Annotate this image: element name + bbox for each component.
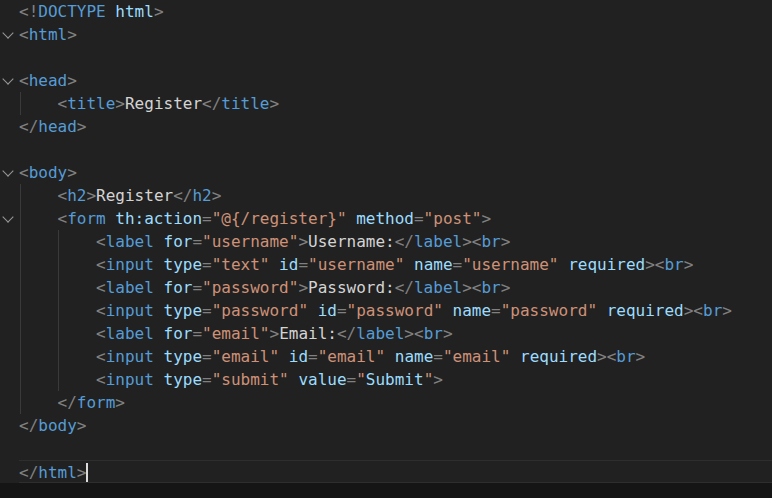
indent-guide [20,299,21,322]
code-text: <label for="email">Email:</label><br> [19,322,453,345]
indent-guide [58,253,59,276]
indent-guide [58,322,59,345]
indent-guide [58,299,59,322]
code-line[interactable]: <form th:action="@{/register}" method="p… [19,207,772,230]
fold-chevron-down-icon[interactable] [2,27,13,38]
indent-guide [20,253,21,276]
indent-guide [20,207,21,230]
code-text: <input type="submit" value="Submit"> [19,368,443,391]
fold-chevron-down-icon[interactable] [2,73,13,84]
code-line[interactable]: <head> [19,69,772,92]
code-text: </body> [19,414,86,437]
code-text: </html> [19,461,86,484]
indent-guide [58,230,59,253]
code-editor-window: { "editor": { "language": "html", "backg… [0,0,772,498]
indent-guide [20,184,21,207]
editor-bottom-strip [0,483,772,498]
code-line[interactable]: <h2>Register</h2> [19,184,772,207]
code-line[interactable]: </html> [19,460,772,483]
code-text: </form> [19,391,125,414]
indent-guide [20,276,21,299]
code-line[interactable]: <input type="email" id="email" name="ema… [19,345,772,368]
code-text: <input type="password" id="password" nam… [19,299,732,322]
code-text: <h2>Register</h2> [19,184,221,207]
code-line[interactable]: <body> [19,161,772,184]
code-line[interactable]: </form> [19,391,772,414]
code-text: <!DOCTYPE html> [19,0,164,23]
code-text: </head> [19,115,86,138]
indent-guide [58,345,59,368]
code-line[interactable] [19,437,772,460]
code-text: <title>Register</title> [19,92,279,115]
indent-guide [20,230,21,253]
text-caret [86,463,88,482]
code-line[interactable]: <label for="username">Username:</label><… [19,230,772,253]
code-line[interactable]: <input type="password" id="password" nam… [19,299,772,322]
indent-guide [20,92,21,115]
code-line[interactable]: </head> [19,115,772,138]
indent-guide [20,368,21,391]
indent-guide [20,345,21,368]
code-line[interactable]: <input type="submit" value="Submit"> [19,368,772,391]
code-text: <body> [19,161,77,184]
code-line[interactable]: <!DOCTYPE html> [19,0,772,23]
code-text: <input type="email" id="email" name="ema… [19,345,645,368]
code-editor[interactable]: <!DOCTYPE html><html><head> <title>Regis… [0,0,772,483]
code-text: <html> [19,23,77,46]
code-line[interactable]: <html> [19,23,772,46]
code-line[interactable]: <label for="email">Email:</label><br> [19,322,772,345]
code-text: <head> [19,69,77,92]
code-text: <label for="password">Password:</label><… [19,276,510,299]
code-line[interactable] [19,46,772,69]
code-line[interactable]: <label for="password">Password:</label><… [19,276,772,299]
code-line[interactable]: </body> [19,414,772,437]
code-line[interactable]: <input type="text" id="username" name="u… [19,253,772,276]
indent-guide [58,276,59,299]
code-line[interactable] [19,138,772,161]
code-text: <form th:action="@{/register}" method="p… [19,207,491,230]
code-line[interactable]: <title>Register</title> [19,92,772,115]
code-text: <label for="username">Username:</label><… [19,230,510,253]
indent-guide [20,391,21,414]
fold-chevron-down-icon[interactable] [2,165,13,176]
fold-chevron-down-icon[interactable] [2,211,13,222]
code-text: <input type="text" id="username" name="u… [19,253,693,276]
indent-guide [58,368,59,391]
indent-guide [20,322,21,345]
